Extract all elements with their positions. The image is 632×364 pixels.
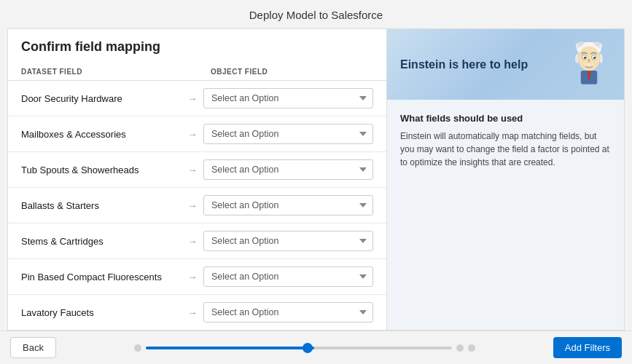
progress-fill xyxy=(146,347,314,349)
progress-track xyxy=(146,347,452,349)
mapping-row: Ballasts & Starters→Select an Option xyxy=(8,188,386,223)
col-dataset-label: DATASET FIELD xyxy=(21,68,211,76)
page-title: Deploy Model to Salesforce xyxy=(0,0,632,28)
progress-dot-1 xyxy=(134,344,141,352)
dataset-field-name: Pin Based Compact Fluorescents xyxy=(21,272,182,282)
svg-point-4 xyxy=(584,57,586,59)
einstein-title: Einstein is here to help xyxy=(400,58,528,71)
einstein-description: Einstein will automatically map matching… xyxy=(400,130,611,169)
left-header: Confirm field mapping xyxy=(8,29,386,65)
einstein-header: Einstein is here to help xyxy=(387,29,624,100)
mapping-row: Lavatory Faucets→Select an Option xyxy=(8,295,386,330)
arrow-icon: → xyxy=(182,307,203,318)
arrow-icon: → xyxy=(182,236,203,247)
progress-dot-2 xyxy=(456,344,464,352)
object-field-select[interactable]: Select an Option xyxy=(203,195,373,215)
dataset-field-name: Ballasts & Starters xyxy=(21,200,182,211)
progress-bar-container xyxy=(63,344,546,352)
object-field-select[interactable]: Select an Option xyxy=(203,159,373,180)
arrow-icon: → xyxy=(182,200,203,211)
left-panel: Confirm field mapping DATASET FIELD OBJE… xyxy=(8,29,387,330)
back-button[interactable]: Back xyxy=(10,337,56,358)
arrow-icon: → xyxy=(182,129,203,140)
einstein-avatar xyxy=(567,41,611,88)
progress-dot-3 xyxy=(468,344,475,352)
columns-header: DATASET FIELD OBJECT FIELD xyxy=(8,65,386,81)
arrow-icon: → xyxy=(182,272,203,282)
dataset-field-name: Lavatory Faucets xyxy=(21,307,182,318)
mapping-row: Mailboxes & Accessories→Select an Option xyxy=(8,116,386,152)
object-field-select[interactable]: Select an Option xyxy=(203,266,373,287)
object-field-select[interactable]: Select an Option xyxy=(203,88,373,108)
right-panel: Einstein is here to help xyxy=(387,29,624,330)
arrow-icon: → xyxy=(182,165,203,175)
mapping-list: Door Security Hardware→Select an OptionM… xyxy=(8,81,386,330)
dataset-field-name: Door Security Hardware xyxy=(21,93,182,104)
arrow-icon: → xyxy=(182,93,203,104)
progress-indicator xyxy=(303,343,313,353)
object-field-select[interactable]: Select an Option xyxy=(203,231,373,251)
col-object-label: OBJECT FIELD xyxy=(211,68,373,76)
add-filters-button[interactable]: Add Filters xyxy=(553,337,622,358)
bottom-bar: Back Add Filters xyxy=(0,331,632,364)
svg-point-1 xyxy=(578,46,600,71)
object-field-select[interactable]: Select an Option xyxy=(203,124,373,144)
mapping-row: Stems & Cartridges→Select an Option xyxy=(8,223,386,259)
mapping-row: Door Security Hardware→Select an Option xyxy=(8,81,386,116)
main-container: Confirm field mapping DATASET FIELD OBJE… xyxy=(7,28,625,331)
einstein-subtitle: What fields should be used xyxy=(400,113,611,124)
dataset-field-name: Stems & Cartridges xyxy=(21,236,182,247)
svg-point-5 xyxy=(593,57,596,59)
einstein-body: What fields should be used Einstein will… xyxy=(387,100,624,182)
dataset-field-name: Mailboxes & Accessories xyxy=(21,129,182,140)
mapping-row: Pin Based Compact Fluorescents→Select an… xyxy=(8,259,386,295)
mapping-row: Tub Spouts & Showerheads→Select an Optio… xyxy=(8,152,386,188)
dataset-field-name: Tub Spouts & Showerheads xyxy=(21,165,182,175)
confirm-heading: Confirm field mapping xyxy=(21,39,373,55)
object-field-select[interactable]: Select an Option xyxy=(203,302,373,323)
